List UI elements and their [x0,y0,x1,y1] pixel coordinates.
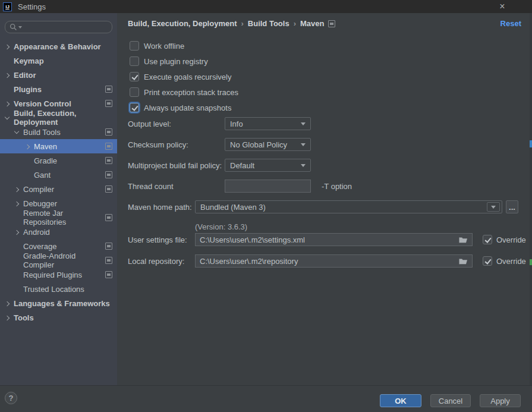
sidebar-item-tools[interactable]: Tools [0,310,117,325]
breadcrumb-part[interactable]: Build Tools [248,19,289,28]
maven-home-dropdown[interactable]: Bundled (Maven 3) [195,200,502,213]
search-filter-caret-icon[interactable] [18,26,22,29]
dropdown-arrow-button[interactable] [487,202,500,212]
dialog-footer: ? OK Cancel Apply [0,385,532,412]
sidebar-item-appearance-behavior[interactable]: Appearance & Behavior [0,39,117,54]
sidebar-item-required-plugins[interactable]: Required Plugins [0,268,117,282]
sidebar-item-trusted-locations[interactable]: Trusted Locations [0,282,117,296]
checksum-policy-dropdown[interactable]: No Global Policy [225,138,311,151]
chevron-placeholder [25,172,30,178]
sidebar-item-label: Languages & Frameworks [14,299,110,308]
sidebar-item-label: Plugins [14,85,42,94]
scroll-error-stripe[interactable] [530,13,532,385]
user-settings-file-input[interactable]: C:\Users\user\.m2\settings.xml [195,233,473,246]
chevron-placeholder [14,258,20,263]
sidebar-item-keymap[interactable]: Keymap [0,54,117,68]
checkbox-unchecked[interactable] [130,56,139,66]
thread-count-row: Thread count -T option [128,180,352,193]
sidebar-item-label: Editor [14,71,36,80]
sidebar-item-gradle-android-compiler[interactable]: Gradle-Android Compiler [0,253,117,268]
field-label: Multiproject build fail policy: [128,161,225,170]
output-level-dropdown[interactable]: Info [225,117,311,130]
ok-button[interactable]: OK [380,394,421,407]
breadcrumb-part[interactable]: Build, Execution, Deployment [128,19,237,28]
dropdown-arrow-icon [301,164,306,167]
dropdown-arrow-icon [491,206,496,209]
sidebar-item-label: Gradle [34,156,57,165]
help-button[interactable]: ? [5,392,17,404]
chevron-placeholder [14,287,20,292]
project-level-settings-icon [105,257,112,264]
user-settings-override[interactable]: Override [483,235,526,244]
checkbox-checked[interactable] [483,235,492,244]
maven-home-row: Maven home path: Bundled (Maven 3) ... [128,200,518,213]
sidebar-item-label: Compiler [23,185,54,194]
sidebar-item-remote-jar-repositories[interactable]: Remote Jar Repositories [0,210,117,225]
sidebar-item-gant[interactable]: Gant [0,168,117,182]
checkbox-checked-focused[interactable] [130,103,139,112]
checkbox-row-always-update-snapshots[interactable]: Always update snapshots [130,100,238,115]
chevron-right-icon[interactable] [5,101,10,106]
chevron-placeholder [14,272,20,278]
apply-button[interactable]: Apply [480,394,521,407]
sidebar-item-plugins[interactable]: Plugins [0,82,117,96]
chevron-right-icon[interactable] [14,229,20,235]
sidebar-item-label: Gradle-Android Compiler [23,251,105,269]
chevron-placeholder [14,215,20,221]
checkbox-checked[interactable] [130,72,139,81]
folder-icon[interactable] [459,236,468,243]
multiproject-policy-dropdown[interactable]: Default [225,159,311,172]
breadcrumb-part[interactable]: Maven [300,19,324,28]
output-level-row: Output level: Info [128,117,311,130]
project-level-settings-icon [328,20,335,27]
chevron-down-icon[interactable] [5,115,10,121]
checkbox-row-print-exception-stack-traces[interactable]: Print exception stack traces [130,84,238,100]
sidebar-item-build-tools[interactable]: Build Tools [0,125,117,139]
sidebar-item-android[interactable]: Android [0,225,117,239]
sidebar-item-compiler[interactable]: Compiler [0,182,117,196]
chevron-right-icon[interactable] [14,201,20,206]
override-label: Override [496,257,526,266]
checkbox-row-execute-goals-recursively[interactable]: Execute goals recursively [130,69,238,84]
checkbox-row-work-offline[interactable]: Work offline [130,38,238,54]
chevron-down-icon[interactable] [14,130,20,135]
checkbox-group: Work offline Use plugin registry Execute… [130,38,238,115]
browse-button[interactable]: ... [506,200,518,213]
search-icon [10,23,17,31]
field-label: Local repository: [128,257,195,266]
window-title: Settings [18,2,46,11]
chevron-right-icon[interactable] [5,44,10,49]
chevron-right-icon[interactable] [5,315,10,320]
checkbox-checked[interactable] [483,256,492,266]
local-repository-override[interactable]: Override [483,256,526,266]
sidebar-item-label: Remote Jar Repositories [23,209,105,227]
chevron-right-icon[interactable] [5,301,10,306]
sidebar-item-label: Build Tools [23,128,61,137]
breadcrumb: Build, Execution, Deployment › Build Too… [128,19,335,28]
sidebar-item-languages-frameworks[interactable]: Languages & Frameworks [0,296,117,310]
chevron-right-icon[interactable] [14,187,20,192]
folder-icon[interactable] [459,257,468,265]
chevron-right-icon[interactable] [25,144,30,149]
dropdown-arrow-icon [301,143,306,146]
reset-link[interactable]: Reset [500,19,521,28]
search-input[interactable] [5,21,112,33]
checkbox-unchecked[interactable] [130,41,139,51]
sidebar-item-build-execution-deployment[interactable]: Build, Execution, Deployment [0,111,117,125]
dropdown-value: Info [230,119,243,128]
sidebar-item-editor[interactable]: Editor [0,68,117,82]
chevron-placeholder [5,58,10,64]
checkbox-row-use-plugin-registry[interactable]: Use plugin registry [130,54,238,69]
chevron-right-icon[interactable] [5,73,10,78]
local-repository-input[interactable]: C:\Users\user\.m2\repository [195,254,473,268]
checkbox-unchecked[interactable] [130,87,139,97]
settings-sidebar: Appearance & Behavior Keymap Editor Plug… [0,13,117,385]
close-icon[interactable]: × [496,1,508,12]
sidebar-item-maven[interactable]: Maven [0,139,117,153]
sidebar-item-gradle[interactable]: Gradle [0,153,117,168]
cancel-button[interactable]: Cancel [430,394,471,407]
user-settings-row: User settings file: C:\Users\user\.m2\se… [128,233,526,246]
settings-tree: Appearance & Behavior Keymap Editor Plug… [0,39,117,325]
checksum-policy-row: Checksum policy: No Global Policy [128,138,311,151]
thread-count-input[interactable] [225,180,311,193]
